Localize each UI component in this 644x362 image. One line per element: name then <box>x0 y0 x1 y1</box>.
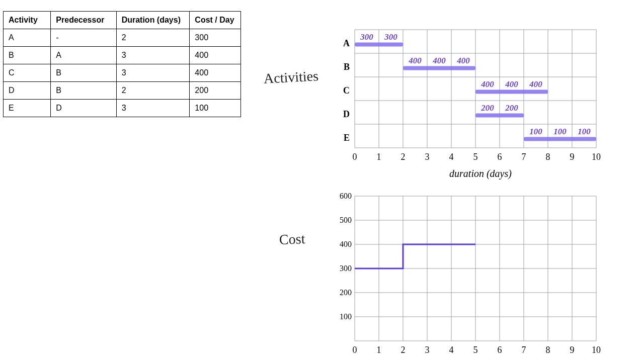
gantt-x-tick: 4 <box>449 152 454 162</box>
gantt-x-tick: 10 <box>592 152 601 162</box>
gantt-bar-label: 300 <box>360 32 373 42</box>
gantt-x-axis-label: duration (days) <box>449 168 512 179</box>
cost-x-tick: 1 <box>377 345 381 355</box>
cost-y-tick: 200 <box>340 288 352 297</box>
gantt-bar <box>355 43 403 47</box>
gantt-row-label: D <box>343 109 350 119</box>
cell-duration: 3 <box>116 47 190 64</box>
table-row: E D 3 100 <box>4 100 241 117</box>
gantt-row-label: C <box>343 85 350 96</box>
cell-predecessor: B <box>51 82 116 100</box>
cell-cost: 300 <box>190 29 241 47</box>
gantt-chart: 300300400400400400400400200200100100100 … <box>335 23 616 186</box>
cell-cost: 200 <box>190 82 241 100</box>
cell-activity: E <box>4 100 51 117</box>
gantt-bar-label: 200 <box>480 103 494 113</box>
gantt-bar <box>475 114 524 118</box>
cost-x-tick: 9 <box>570 345 575 355</box>
cell-activity: D <box>4 82 51 100</box>
table-row: D B 2 200 <box>4 82 241 100</box>
cell-duration: 2 <box>116 29 190 47</box>
gantt-bar-label: 400 <box>505 79 518 89</box>
gantt-row-label: A <box>343 38 350 48</box>
cost-y-tick: 400 <box>340 240 352 248</box>
gantt-x-tick: 7 <box>522 152 526 162</box>
cost-y-tick: 600 <box>340 192 352 200</box>
cell-cost: 400 <box>190 47 241 64</box>
table-row: C B 3 400 <box>4 64 241 82</box>
cost-step-line <box>355 244 475 268</box>
cost-y-tick: 500 <box>340 216 352 224</box>
cost-x-tick: 10 <box>592 345 601 355</box>
cost-chart: 100200300400500600 012345678910 <box>335 190 616 362</box>
gantt-x-tick: 9 <box>570 152 575 162</box>
cell-predecessor: - <box>51 29 116 47</box>
cost-y-tick: 100 <box>340 312 352 321</box>
cell-predecessor: D <box>51 100 116 117</box>
gantt-row-label: E <box>344 133 350 143</box>
cost-x-tick: 4 <box>449 345 454 355</box>
cost-x-tick: 0 <box>353 345 357 355</box>
gantt-bar <box>524 137 596 141</box>
gantt-x-tick: 5 <box>473 152 478 162</box>
cost-title: Cost <box>279 232 305 247</box>
col-header-activity: Activity <box>4 12 51 29</box>
col-header-cost: Cost / Day <box>190 12 241 29</box>
gantt-row-label: B <box>344 62 350 72</box>
gantt-bar-label: 400 <box>529 79 542 89</box>
cost-x-tick: 5 <box>473 345 478 355</box>
cell-duration: 3 <box>116 64 190 82</box>
activities-title: Activities <box>263 69 318 86</box>
gantt-bar <box>403 66 475 70</box>
table-header-row: Activity Predecessor Duration (days) Cos… <box>4 12 241 29</box>
gantt-x-tick: 6 <box>498 152 502 162</box>
gantt-bar-label: 100 <box>553 127 567 136</box>
gantt-x-tick: 8 <box>546 152 550 162</box>
cost-x-tick: 3 <box>425 345 430 355</box>
gantt-bar-label: 200 <box>505 103 518 113</box>
gantt-bar-label: 400 <box>408 56 422 65</box>
gantt-bar-label: 100 <box>578 127 591 136</box>
cost-x-tick: 2 <box>401 345 406 355</box>
cell-duration: 3 <box>116 100 190 117</box>
gantt-x-tick: 2 <box>401 152 406 162</box>
cost-y-tick: 300 <box>340 264 352 273</box>
gantt-bar-label: 400 <box>480 79 494 89</box>
table-row: A - 2 300 <box>4 29 241 47</box>
gantt-x-tick: 0 <box>353 152 357 162</box>
gantt-bar-label: 400 <box>456 56 470 65</box>
cell-activity: C <box>4 64 51 82</box>
cell-predecessor: A <box>51 47 116 64</box>
gantt-x-tick: 1 <box>377 152 381 162</box>
gantt-bar-label: 400 <box>432 56 446 65</box>
col-header-predecessor: Predecessor <box>51 12 116 29</box>
activity-table: Activity Predecessor Duration (days) Cos… <box>3 11 241 117</box>
cell-activity: B <box>4 47 51 64</box>
cell-cost: 400 <box>190 64 241 82</box>
gantt-bar <box>475 90 548 94</box>
cost-x-tick: 8 <box>546 345 550 355</box>
col-header-duration: Duration (days) <box>116 12 190 29</box>
gantt-x-tick: 3 <box>425 152 430 162</box>
cell-predecessor: B <box>51 64 116 82</box>
cost-x-tick: 6 <box>498 345 502 355</box>
cell-duration: 2 <box>116 82 190 100</box>
cost-x-tick: 7 <box>522 345 526 355</box>
table-row: B A 3 400 <box>4 47 241 64</box>
gantt-bar-label: 100 <box>529 127 542 136</box>
cell-activity: A <box>4 29 51 47</box>
gantt-bar-label: 300 <box>384 32 397 42</box>
cell-cost: 100 <box>190 100 241 117</box>
